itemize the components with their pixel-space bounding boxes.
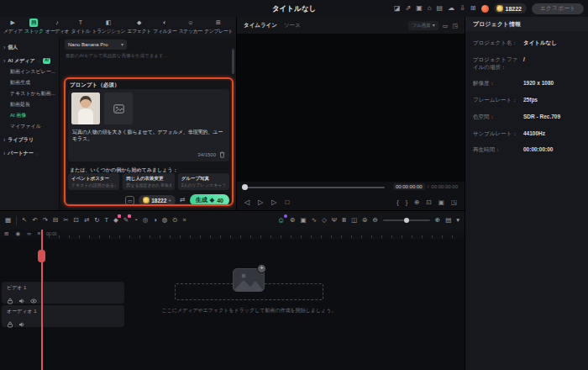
aspect-ratio-button[interactable]: ▭ bbox=[125, 196, 134, 205]
sidebar-item-text-to-video[interactable]: テキストから動画... bbox=[0, 88, 59, 99]
rotate-icon[interactable]: ↻ bbox=[94, 217, 99, 224]
select-tool-icon[interactable]: ↖ bbox=[22, 217, 27, 224]
ribbon-tab-transition[interactable]: ◧トランジション bbox=[92, 18, 126, 35]
apps-grid-icon[interactable]: ⊞ bbox=[470, 5, 476, 12]
auto-ripple-icon[interactable]: ⊜ bbox=[362, 217, 367, 224]
playhead-grip[interactable] bbox=[38, 250, 45, 262]
lock-icon[interactable] bbox=[7, 316, 13, 331]
record-status-icon[interactable] bbox=[481, 5, 489, 13]
fullscreen-icon[interactable]: ◳ bbox=[451, 199, 457, 206]
quality-dropdown[interactable]: フル画質 ▾ bbox=[408, 21, 438, 30]
credits-badge[interactable]: 18222 bbox=[494, 3, 527, 13]
speed-icon[interactable]: ◔ bbox=[134, 217, 138, 224]
device-icon[interactable]: ⌂ bbox=[428, 5, 432, 12]
timeline-menu-icon[interactable]: ≡ bbox=[38, 231, 41, 237]
timeline-ruler[interactable]: ⊞◉∞≡ 00:00 bbox=[0, 230, 465, 240]
mask-icon[interactable]: ◍ bbox=[162, 217, 168, 224]
scrollbar[interactable] bbox=[232, 49, 234, 74]
mic-record-icon[interactable]: Ψ bbox=[332, 217, 337, 224]
delete-icon[interactable]: ⊟ bbox=[53, 217, 58, 224]
track-height-icon[interactable]: ▤ bbox=[445, 217, 451, 224]
trash-icon[interactable] bbox=[219, 151, 225, 158]
screen-record-icon[interactable]: ▣ bbox=[416, 5, 423, 12]
marker-icon[interactable]: ◇ bbox=[322, 217, 327, 224]
media-bin-icon[interactable]: ▦ bbox=[5, 217, 11, 224]
export-button[interactable]: エクスポート bbox=[532, 3, 584, 14]
resource-box-icon[interactable]: ▤ bbox=[437, 5, 444, 12]
ribbon-tab-titles[interactable]: Tタイトル bbox=[71, 18, 92, 35]
mark-out-icon[interactable]: } bbox=[406, 199, 408, 206]
credits-pill[interactable]: 18222 + bbox=[139, 195, 176, 205]
ribbon-tab-media[interactable]: ▶メディア bbox=[3, 18, 24, 35]
sidebar-item-partner[interactable]: ›パートナー◌ bbox=[0, 148, 59, 159]
draw-mask-icon[interactable]: ✎ bbox=[123, 217, 129, 224]
sidebar-item-ai-image[interactable]: AI 画像 bbox=[0, 110, 59, 121]
ribbon-tab-filters[interactable]: ◐フィルター bbox=[152, 18, 177, 35]
mute-icon[interactable] bbox=[18, 316, 25, 331]
voiceover-icon[interactable]: ∿ bbox=[312, 217, 317, 224]
redo-icon[interactable]: ↷ bbox=[43, 217, 48, 224]
seek-bar[interactable] bbox=[244, 187, 385, 188]
reference-image-thumbnail[interactable] bbox=[71, 92, 100, 124]
ribbon-tab-stickers[interactable]: ☺ステッカー bbox=[178, 18, 203, 35]
ribbon-tab-stock[interactable]: ▤ストック bbox=[24, 18, 45, 35]
stop-icon[interactable]: □ bbox=[285, 199, 289, 206]
audio-sync-icon[interactable]: ◫ bbox=[351, 217, 357, 224]
ribbon-tab-effects[interactable]: ◆エフェクト bbox=[127, 18, 152, 35]
play-icon[interactable]: ▷ bbox=[258, 199, 263, 206]
next-frame-icon[interactable]: ▷ bbox=[271, 199, 276, 206]
text-tool-icon[interactable]: T bbox=[104, 217, 108, 224]
slider-knob[interactable] bbox=[404, 218, 409, 223]
crop-preview-icon[interactable]: ⊡ bbox=[427, 199, 432, 206]
prompt-text-input[interactable]: 写真の人物の頭を大きく膨らませて。デフォルメ、非現実的、ユーモラス。 bbox=[72, 129, 225, 142]
model-select[interactable]: Nano Banana Pro ▾ bbox=[65, 40, 127, 50]
track-height-caret[interactable]: ▾ bbox=[456, 217, 459, 224]
ai-assistant-icon[interactable]: ☺ bbox=[277, 217, 285, 225]
share-icon[interactable]: ⇗ bbox=[405, 5, 411, 12]
ribbon-tab-audio[interactable]: ♪オーディオ bbox=[45, 18, 70, 35]
sidebar-item-ai-media[interactable]: ›AI メディア◌AI bbox=[0, 56, 59, 66]
preview-zoom-icon[interactable]: ⊕ bbox=[414, 199, 419, 206]
timeline-zoom-slider[interactable] bbox=[383, 219, 430, 221]
link-clips-icon[interactable]: ∞ bbox=[27, 231, 31, 237]
snapshot-icon[interactable]: ▣ bbox=[438, 199, 444, 206]
motion-track-icon[interactable]: ◎ bbox=[143, 217, 149, 224]
example-card[interactable]: イベントポスターテキストの説明があるポス... bbox=[68, 173, 119, 190]
refresh-icon[interactable]: ⇄ bbox=[180, 197, 186, 204]
zoom-out-icon[interactable]: ⊖ bbox=[373, 217, 378, 224]
sidebar-item-my-files[interactable]: マイファイル bbox=[0, 121, 59, 132]
add-image-button[interactable] bbox=[104, 92, 133, 124]
sidebar-item-video-inspiration[interactable]: 動画インスピレー... bbox=[0, 66, 59, 77]
generate-button[interactable]: 生成 ◈ 40 bbox=[190, 194, 229, 206]
cloud-icon[interactable]: ☁ bbox=[448, 5, 454, 12]
preview-tab-timeline[interactable]: タイムライン bbox=[244, 22, 277, 29]
split-icon[interactable]: ✂ bbox=[63, 217, 68, 224]
fullscreen-preview-icon[interactable]: ◳ bbox=[452, 23, 458, 29]
mini-player-icon[interactable]: ▭ bbox=[443, 23, 449, 29]
more-tools-icon[interactable]: » bbox=[183, 217, 186, 224]
manage-tracks-icon[interactable]: ⊞ bbox=[4, 231, 8, 237]
ribbon-tab-templates[interactable]: ⊞テンプレート bbox=[203, 18, 234, 35]
example-card[interactable]: グループ写真2人のリアレンズキャラ... bbox=[178, 173, 229, 190]
sidebar-item-video-generation[interactable]: 動画生成 bbox=[0, 77, 59, 88]
mark-in-icon[interactable]: { bbox=[396, 199, 399, 206]
store-icon[interactable]: ◪ bbox=[394, 5, 401, 12]
sidebar-item-video-extend[interactable]: 動画延長 bbox=[0, 99, 59, 110]
sidebar-item-library[interactable]: ›ライブラリ bbox=[0, 135, 59, 145]
snapshot-tool-icon[interactable]: ▣ bbox=[301, 217, 307, 224]
undo-icon[interactable]: ↶ bbox=[32, 217, 37, 224]
example-card[interactable]: 同じ人の衣装変更異なる指定された衣装を... bbox=[123, 173, 174, 190]
chroma-key-icon[interactable]: ⊙ bbox=[172, 217, 177, 224]
flip-icon[interactable]: ⇄ bbox=[84, 217, 89, 224]
previous-frame-icon[interactable]: ◁ bbox=[244, 199, 249, 206]
zoom-in-icon[interactable]: ⊕ bbox=[435, 217, 440, 224]
crop-icon[interactable]: ⊡ bbox=[74, 217, 79, 224]
magnet-snap-icon[interactable]: ◉ bbox=[15, 231, 20, 237]
keyframe-icon[interactable]: ◆ bbox=[113, 217, 118, 224]
color-icon[interactable]: ◑ bbox=[153, 217, 157, 224]
download-icon[interactable]: ⇩ bbox=[459, 5, 465, 12]
audio-mixer-icon[interactable]: Ⅲ bbox=[342, 217, 346, 224]
sidebar-item-personal[interactable]: ›個人 bbox=[0, 42, 59, 53]
screen-recorder-icon[interactable]: ⊚ bbox=[290, 217, 295, 224]
preview-tab-source[interactable]: ソース bbox=[284, 22, 301, 29]
